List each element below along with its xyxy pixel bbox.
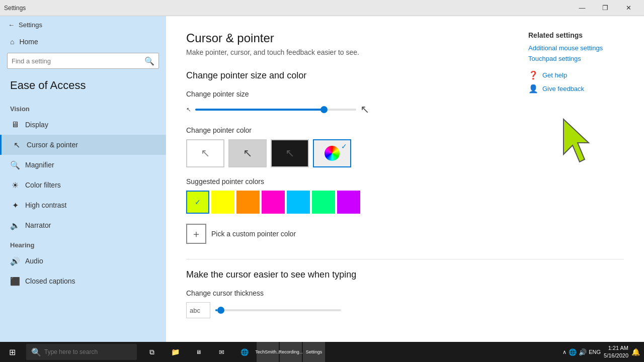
taskbar-settings-app[interactable]: Settings [303, 342, 325, 362]
pick-custom-color-row[interactable]: ＋ Pick a custom pointer color [186, 224, 624, 244]
sidebar-item-display[interactable]: 🖥 Display [0, 115, 166, 135]
give-feedback-action: 👤 Give feedback [528, 84, 629, 94]
sidebar-item-home[interactable]: ⌂ Home [0, 34, 166, 50]
taskbar-edge[interactable]: 🌐 [233, 342, 256, 362]
audio-label: Audio [25, 257, 43, 265]
cursor-preview: abc [186, 302, 210, 318]
give-feedback-link[interactable]: Give feedback [542, 85, 584, 93]
cursor-thickness-thumb[interactable] [217, 307, 224, 314]
closed-captions-label: Closed captions [25, 277, 75, 285]
narrator-label: Narrator [25, 221, 51, 229]
back-arrow-icon: ← [8, 21, 15, 29]
add-color-button[interactable]: ＋ [186, 224, 206, 244]
lang-label: ENG [589, 349, 601, 355]
section2-title: Make the cursor easier to see when typin… [186, 269, 624, 280]
suggested-color-swatches: ✓ [186, 191, 624, 214]
pointer-size-fill [195, 109, 324, 111]
cursor-white-icon: ↖ [201, 147, 210, 160]
search-icon: 🔍 [144, 56, 154, 66]
additional-mouse-settings-link[interactable]: Additional mouse settings [528, 44, 629, 52]
sidebar-item-color-filters[interactable]: ☀ Color filters [0, 175, 166, 195]
sug-color-6[interactable] [337, 191, 360, 214]
get-help-icon: ❓ [528, 70, 538, 80]
sug-check-icon: ✓ [195, 198, 201, 206]
notification-icon[interactable]: 🔔 [631, 348, 640, 356]
cursor-small-icon: ↖ [186, 106, 191, 113]
section-divider [186, 259, 624, 259]
narrator-icon: 🔈 [10, 221, 20, 230]
sug-color-3[interactable] [262, 191, 285, 214]
related-settings-panel: Related settings Additional mouse settin… [528, 31, 629, 98]
color-box-custom[interactable]: ✓ [313, 139, 351, 167]
taskbar-task-view[interactable]: ⧉ [141, 342, 163, 362]
color-box-white[interactable]: ↖ [186, 139, 224, 167]
maximize-button[interactable]: ❐ [594, 0, 617, 16]
display-label: Display [25, 121, 48, 129]
magnifier-label: Magnifier [25, 161, 54, 169]
sidebar-item-audio[interactable]: 🔊 Audio [0, 251, 166, 271]
cursor-large-icon: ↖ [360, 103, 369, 116]
start-button[interactable]: ⊞ [0, 342, 24, 362]
high-contrast-label: High contrast [25, 201, 66, 209]
color-box-gray[interactable]: ↖ [228, 139, 267, 167]
taskbar-search-box[interactable]: 🔍 [26, 344, 137, 360]
settings-window: Settings — ❐ ✕ ← Settings ⌂ Home 🔍 Ease … [0, 0, 644, 342]
suggested-colors-label: Suggested pointer colors [186, 177, 624, 186]
sidebar-item-cursor-pointer[interactable]: ↖ Cursor & pointer [0, 135, 166, 155]
pointer-size-track[interactable] [195, 109, 356, 111]
cursor-thickness-track[interactable] [215, 309, 341, 311]
volume-icon[interactable]: 🔊 [579, 348, 587, 356]
touchpad-settings-link[interactable]: Touchpad settings [528, 55, 629, 62]
magnifier-icon: 🔍 [10, 160, 20, 170]
cursor-gray-icon: ↖ [243, 147, 252, 160]
back-label: Settings [19, 21, 42, 29]
taskbar: ⊞ 🔍 ⧉ 📁 🖥 ✉ 🌐 TechSmith... Recording... … [0, 342, 644, 362]
cursor-pointer-label: Cursor & pointer [27, 141, 78, 149]
sug-color-5[interactable] [312, 191, 335, 214]
pick-custom-label: Pick a custom pointer color [211, 230, 296, 238]
color-filters-label: Color filters [25, 181, 61, 189]
close-button[interactable]: ✕ [617, 0, 640, 16]
hearing-category-label: Hearing [0, 235, 166, 251]
sidebar-item-narrator[interactable]: 🔈 Narrator [0, 215, 166, 235]
taskbar-system-tray: ∧ 🌐 🔊 ENG 1:21 AM 5/16/2020 🔔 [562, 344, 644, 360]
taskbar-file-explorer[interactable]: 📁 [164, 342, 186, 362]
sidebar-item-closed-captions[interactable]: ⬛ Closed captions [0, 271, 166, 291]
content-area: ← Settings ⌂ Home 🔍 Ease of Access Visio… [0, 16, 644, 342]
give-feedback-icon: 👤 [528, 84, 538, 94]
search-input[interactable] [12, 57, 144, 65]
taskbar-search-input[interactable] [44, 348, 130, 355]
color-box-black[interactable]: ↖ [271, 139, 309, 167]
back-button[interactable]: ← Settings [0, 16, 166, 34]
taskbar-this-pc[interactable]: 🖥 [187, 342, 209, 362]
selected-checkmark: ✓ [341, 142, 347, 150]
pointer-color-label: Change pointer color [186, 126, 624, 134]
main-content: Related settings Additional mouse settin… [166, 16, 644, 342]
tray-chevron[interactable]: ∧ [562, 349, 567, 355]
sug-color-4[interactable] [287, 191, 310, 214]
titlebar-controls: — ❐ ✕ [571, 0, 640, 16]
network-icon[interactable]: 🌐 [569, 348, 577, 356]
taskbar-techsmith[interactable]: TechSmith... [257, 342, 279, 362]
sidebar-search-box[interactable]: 🔍 [7, 53, 159, 69]
sidebar-item-magnifier[interactable]: 🔍 Magnifier [0, 155, 166, 175]
get-help-action: ❓ Get help [528, 70, 629, 80]
pointer-size-thumb[interactable] [320, 106, 328, 113]
taskbar-recording[interactable]: Recording... [280, 342, 302, 362]
sug-color-2[interactable] [236, 191, 260, 214]
home-icon: ⌂ [10, 38, 14, 46]
taskbar-mail[interactable]: ✉ [210, 342, 232, 362]
titlebar: Settings — ❐ ✕ [0, 0, 644, 16]
sug-color-0[interactable]: ✓ [186, 191, 209, 214]
sug-color-1[interactable] [211, 191, 234, 214]
cursor-pointer-icon: ↖ [12, 140, 22, 150]
system-tray-icons: ∧ 🌐 🔊 ENG [562, 348, 601, 356]
cursor-preview-text: abc [190, 307, 200, 314]
minimize-button[interactable]: — [571, 0, 594, 16]
cursor-black-icon: ↖ [285, 147, 294, 160]
closed-captions-icon: ⬛ [10, 277, 20, 286]
high-contrast-icon: ✦ [10, 201, 20, 210]
sidebar-item-high-contrast[interactable]: ✦ High contrast [0, 195, 166, 215]
get-help-link[interactable]: Get help [542, 71, 567, 79]
color-filters-icon: ☀ [10, 180, 20, 190]
